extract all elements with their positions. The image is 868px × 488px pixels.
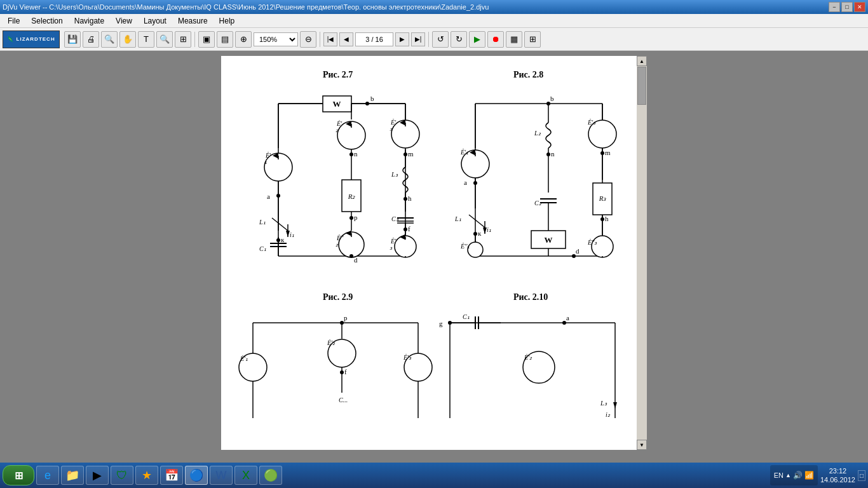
date-display: 14.06.2012	[820, 475, 855, 484]
svg-text:h: h	[408, 194, 412, 202]
maximize-button[interactable]: □	[841, 2, 853, 12]
diagram-area: Рис. 2.7 Рис. 2.8 Рис. 2.9 Рис. 2.10	[221, 56, 647, 450]
svg-text:W: W	[333, 99, 341, 109]
menu-file[interactable]: File	[3, 15, 25, 27]
scrollbar[interactable]: ▲ ▼	[637, 56, 647, 450]
circuit-2-10: a C₁ g Ė'₂ L₃ i₂	[437, 310, 628, 424]
svg-text:d: d	[354, 256, 358, 264]
minimize-button[interactable]: −	[829, 2, 840, 12]
save-button[interactable]: 💾	[64, 31, 81, 48]
menubar: File Selection Navigate View Layout Meas…	[0, 14, 868, 28]
menu-view[interactable]: View	[111, 15, 137, 27]
prev-page-button[interactable]: ◀	[339, 32, 353, 46]
svg-text:к: к	[478, 229, 482, 237]
scroll-up-button[interactable]: ▲	[637, 56, 647, 66]
svg-text:f: f	[408, 225, 410, 233]
taskbar-excel[interactable]: X	[234, 466, 257, 485]
clock[interactable]: 23:12 14.06.2012	[820, 466, 855, 485]
lizardtech-logo: 🦎 LIZARDTECH	[3, 30, 60, 48]
svg-marker-160	[613, 402, 617, 409]
main-area: Рис. 2.7 Рис. 2.8 Рис. 2.9 Рис. 2.10	[0, 51, 868, 463]
rotate-left-button[interactable]: ↺	[432, 31, 449, 48]
svg-point-98	[468, 242, 483, 257]
page-input[interactable]	[355, 32, 393, 46]
taskbar-ie[interactable]: e	[36, 466, 59, 485]
stop-button[interactable]: ⏺	[487, 31, 504, 48]
menu-layout[interactable]: Layout	[139, 15, 172, 27]
fig29-title: Рис. 2.9	[323, 291, 353, 302]
zoom-minus-button[interactable]: ⊖	[300, 31, 316, 48]
taskbar-right: EN ▲ 🔊 📶 23:12 14.06.2012 □	[770, 465, 865, 485]
text-button[interactable]: T	[138, 31, 154, 48]
play-button[interactable]: ▶	[469, 31, 485, 48]
svg-text:Ė'₂: Ė'₂	[524, 354, 532, 361]
svg-text:n: n	[354, 150, 358, 158]
next-page-button[interactable]: ▶	[395, 32, 409, 46]
grid1-button[interactable]: ▦	[506, 31, 522, 48]
rotate-right-button[interactable]: ↻	[451, 31, 467, 48]
svg-text:a: a	[464, 179, 467, 186]
first-page-button[interactable]: |◀	[323, 32, 337, 46]
svg-text:b: b	[550, 95, 554, 102]
svg-point-47	[349, 254, 353, 258]
system-tray: EN ▲ 🔊 📶	[770, 465, 818, 485]
svg-point-66	[403, 227, 407, 231]
svg-text:L₃: L₃	[600, 400, 607, 407]
print-button[interactable]: 🖨	[83, 31, 99, 48]
svg-text:h: h	[605, 215, 609, 222]
scroll-thumb[interactable]	[637, 67, 646, 105]
taskbar-media[interactable]: ▶	[86, 466, 109, 485]
svg-text:C...: C...	[339, 396, 348, 403]
zoom-in-button[interactable]: 🔍	[156, 31, 173, 48]
separator1	[194, 32, 195, 47]
svg-text:L₂: L₂	[534, 130, 541, 137]
taskbar-folder[interactable]: 📁	[61, 466, 84, 485]
circuit-2-8: b Ė'₁ a L₁	[437, 85, 628, 275]
svg-text:C₃: C₃	[391, 215, 399, 222]
start-button[interactable]: ⊞	[3, 465, 34, 485]
speaker-icon[interactable]: 🔊	[793, 471, 803, 480]
svg-text:R₃: R₃	[599, 194, 607, 202]
view2-button[interactable]: ▤	[217, 31, 233, 48]
menu-selection[interactable]: Selection	[26, 15, 67, 27]
view1-button[interactable]: ▣	[198, 31, 215, 48]
svg-text:d: d	[576, 247, 580, 255]
svg-text:L₁: L₁	[454, 215, 461, 222]
show-desktop-button[interactable]: □	[858, 470, 865, 481]
toolbar: 🦎 LIZARDTECH 💾 🖨 🔍 ✋ T 🔍 ⊞ ▣ ▤ ⊕ 150% 10…	[0, 28, 868, 51]
taskbar-stars[interactable]: ★	[135, 466, 158, 485]
svg-text:Ė'₁: Ė'₁	[460, 149, 468, 156]
taskbar-kasp[interactable]: 🛡	[111, 466, 133, 485]
last-page-button[interactable]: ▶|	[411, 32, 425, 46]
taskbar-djvu[interactable]: 🔵	[185, 466, 208, 485]
svg-text:C₁: C₁	[259, 245, 266, 252]
svg-text:R₂: R₂	[348, 193, 356, 200]
svg-text:W: W	[545, 235, 553, 245]
menu-help[interactable]: Help	[214, 15, 240, 27]
taskbar-word[interactable]: W	[210, 466, 233, 485]
close-button[interactable]: ✕	[854, 2, 865, 12]
taskbar-green[interactable]: 🟢	[259, 466, 282, 485]
select-button[interactable]: ⊞	[175, 31, 191, 48]
scroll-down-button[interactable]: ▼	[637, 440, 647, 450]
svg-text:m: m	[408, 150, 414, 158]
svg-text:₃: ₃	[390, 244, 393, 251]
menu-navigate[interactable]: Navigate	[69, 15, 109, 27]
add-button[interactable]: ⊕	[235, 31, 252, 48]
svg-text:i₂: i₂	[606, 411, 611, 418]
zoom-select[interactable]: 150% 100% 75% 50% 200%	[254, 32, 298, 46]
svg-text:Ė'₂: Ė'₂	[327, 339, 336, 346]
network-icon[interactable]: 📶	[804, 471, 814, 480]
search-button[interactable]: 🔍	[101, 31, 118, 48]
svg-text:Ė''₁: Ė''₁	[460, 243, 470, 250]
taskbar-cal[interactable]: 📅	[160, 466, 183, 485]
svg-text:p: p	[354, 214, 358, 221]
menu-measure[interactable]: Measure	[173, 15, 213, 27]
grid2-button[interactable]: ⊞	[524, 31, 541, 48]
svg-text:i₁: i₁	[290, 231, 294, 238]
circuit-2-9: p Ė'₁ Ė'₂ f C... Ė'₃	[240, 310, 431, 424]
svg-text:p: p	[344, 314, 348, 322]
pan-button[interactable]: ✋	[119, 31, 136, 48]
document-page: Рис. 2.7 Рис. 2.8 Рис. 2.9 Рис. 2.10	[221, 56, 647, 450]
svg-text:₁: ₁	[264, 158, 267, 165]
